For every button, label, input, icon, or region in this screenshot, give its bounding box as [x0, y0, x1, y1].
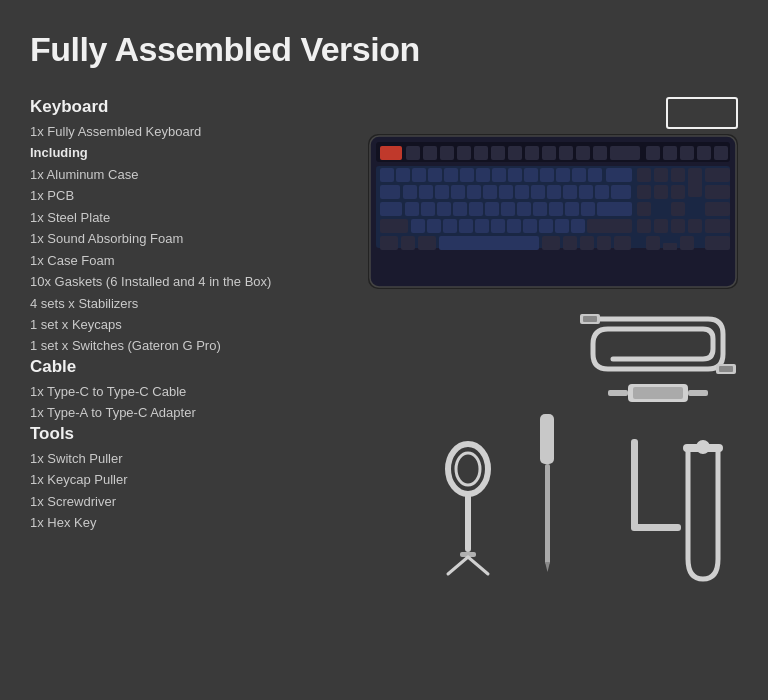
- svg-rect-27: [460, 168, 474, 182]
- svg-rect-16: [646, 146, 660, 160]
- left-column: Keyboard 1x Fully Assembled Keyboard Inc…: [30, 97, 310, 589]
- svg-rect-31: [524, 168, 538, 182]
- svg-rect-70: [533, 202, 547, 216]
- svg-rect-29: [492, 168, 506, 182]
- tools-image: [418, 419, 738, 589]
- svg-rect-56: [611, 185, 631, 199]
- svg-rect-115: [608, 390, 628, 396]
- svg-rect-17: [663, 146, 677, 160]
- svg-rect-91: [637, 219, 651, 233]
- svg-rect-48: [483, 185, 497, 199]
- svg-rect-26: [444, 168, 458, 182]
- keyboard-item-1: 1x Aluminum Case: [30, 164, 310, 185]
- svg-rect-46: [451, 185, 465, 199]
- svg-rect-7: [474, 146, 488, 160]
- svg-rect-116: [688, 390, 708, 396]
- svg-rect-66: [469, 202, 483, 216]
- svg-rect-80: [427, 219, 441, 233]
- keyboard-item-9: 1 set x Switches (Gateron G Pro): [30, 335, 310, 356]
- svg-rect-68: [501, 202, 515, 216]
- svg-rect-20: [714, 146, 728, 160]
- keyboard-item-6: 10x Gaskets (6 Installed and 4 in the Bo…: [30, 271, 310, 292]
- svg-rect-88: [555, 219, 569, 233]
- keyboard-item-including: Including: [30, 142, 310, 163]
- svg-rect-63: [421, 202, 435, 216]
- keyboard-image: [368, 134, 738, 289]
- svg-rect-8: [491, 146, 505, 160]
- svg-rect-94: [688, 219, 702, 233]
- svg-rect-97: [401, 236, 415, 250]
- svg-rect-15: [610, 146, 640, 160]
- page-title: Fully Assembled Version: [30, 30, 738, 69]
- svg-rect-112: [719, 366, 733, 372]
- svg-rect-11: [542, 146, 556, 160]
- svg-rect-43: [403, 185, 417, 199]
- svg-rect-96: [380, 236, 398, 250]
- svg-rect-45: [435, 185, 449, 199]
- svg-rect-49: [499, 185, 513, 199]
- svg-rect-40: [688, 168, 702, 197]
- tools-item-2: 1x Screwdriver: [30, 491, 310, 512]
- svg-rect-12: [559, 146, 573, 160]
- svg-rect-76: [671, 202, 685, 216]
- svg-rect-73: [581, 202, 595, 216]
- svg-rect-108: [705, 236, 730, 250]
- cable-image: [578, 299, 738, 409]
- svg-rect-54: [579, 185, 593, 199]
- cable-item-1: 1x Type-A to Type-C Adapter: [30, 402, 310, 423]
- svg-rect-25: [428, 168, 442, 182]
- svg-rect-36: [606, 168, 632, 182]
- svg-rect-2: [380, 146, 402, 160]
- svg-rect-75: [637, 202, 651, 216]
- svg-rect-105: [646, 236, 660, 250]
- svg-rect-107: [680, 236, 694, 250]
- svg-rect-53: [563, 185, 577, 199]
- svg-rect-22: [380, 168, 394, 182]
- svg-rect-51: [531, 185, 545, 199]
- svg-rect-92: [654, 219, 668, 233]
- keyboard-section-title: Keyboard: [30, 97, 310, 117]
- svg-rect-98: [418, 236, 436, 250]
- keyboard-item-8: 1 set x Keycaps: [30, 314, 310, 335]
- svg-rect-37: [637, 168, 651, 182]
- svg-rect-33: [556, 168, 570, 182]
- svg-rect-52: [547, 185, 561, 199]
- svg-rect-83: [475, 219, 489, 233]
- svg-rect-106: [663, 243, 677, 250]
- tools-item-1: 1x Keycap Puller: [30, 469, 310, 490]
- cable-section: Cable 1x Type-C to Type-C Cable 1x Type-…: [30, 357, 310, 424]
- svg-rect-42: [380, 185, 400, 199]
- tools-item-3: 1x Hex Key: [30, 512, 310, 533]
- svg-rect-69: [517, 202, 531, 216]
- svg-rect-50: [515, 185, 529, 199]
- svg-rect-84: [491, 219, 505, 233]
- svg-rect-14: [593, 146, 607, 160]
- svg-rect-124: [545, 464, 550, 564]
- svg-rect-13: [576, 146, 590, 160]
- svg-rect-10: [525, 146, 539, 160]
- svg-rect-65: [453, 202, 467, 216]
- svg-marker-125: [545, 562, 550, 572]
- svg-rect-72: [565, 202, 579, 216]
- svg-rect-85: [507, 219, 521, 233]
- svg-rect-38: [654, 168, 668, 182]
- svg-line-121: [448, 557, 468, 574]
- keyboard-section: Keyboard 1x Fully Assembled Keyboard Inc…: [30, 97, 310, 357]
- svg-rect-67: [485, 202, 499, 216]
- svg-rect-78: [380, 219, 408, 233]
- svg-rect-86: [523, 219, 537, 233]
- svg-rect-119: [465, 492, 471, 552]
- svg-rect-58: [654, 185, 668, 199]
- svg-rect-82: [459, 219, 473, 233]
- svg-rect-62: [405, 202, 419, 216]
- svg-rect-61: [380, 202, 402, 216]
- svg-rect-103: [597, 236, 611, 250]
- svg-rect-23: [396, 168, 410, 182]
- svg-rect-110: [583, 316, 597, 322]
- svg-point-118: [456, 453, 480, 485]
- svg-rect-95: [705, 219, 730, 233]
- svg-rect-24: [412, 168, 426, 182]
- content-layout: Keyboard 1x Fully Assembled Keyboard Inc…: [30, 97, 738, 589]
- svg-rect-5: [440, 146, 454, 160]
- svg-rect-19: [697, 146, 711, 160]
